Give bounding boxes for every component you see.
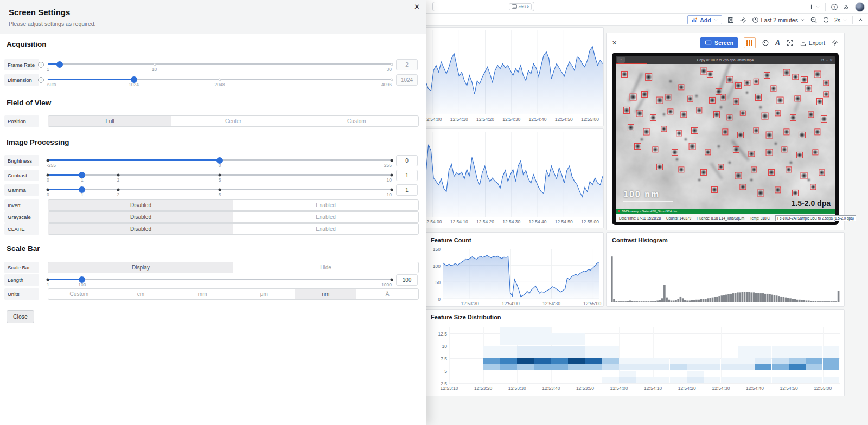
feature-bbox — [636, 110, 643, 117]
slider-track[interactable] — [48, 189, 392, 190]
segment-option-center[interactable]: Center — [171, 116, 295, 126]
chevron-up-icon — [858, 17, 864, 23]
text-tool-icon[interactable]: A — [775, 39, 780, 47]
heatmap-cell — [636, 377, 653, 383]
frame-rate-value[interactable]: 2 — [396, 59, 418, 70]
close-icon[interactable]: ✕ — [612, 40, 617, 47]
clahe-row: CLAHE DisabledEnabled — [0, 222, 426, 236]
screen-icon — [705, 40, 712, 46]
sample-description: Fe-10Cr-2Al Sample 35C to 2.5dpa (1.5-2.… — [775, 215, 856, 221]
color-overlay-icon[interactable] — [762, 39, 769, 47]
screen-panel-toolbar: ✕ Screen A — [612, 36, 839, 49]
slider-fill — [48, 79, 134, 80]
slider-track[interactable] — [48, 174, 392, 176]
y-tick-label: 150 — [433, 247, 441, 252]
heatmap-cell — [500, 358, 517, 364]
heatmap-cell — [772, 346, 789, 358]
segment-option-μm[interactable]: μm — [233, 289, 295, 299]
segment-option-mm[interactable]: mm — [171, 289, 233, 299]
avatar[interactable] — [855, 2, 865, 12]
x-tick-label: 12:54:50 — [555, 219, 573, 224]
segment-option-custom[interactable]: Custom — [295, 116, 418, 126]
frame-rate-slider[interactable]: 11030 — [48, 58, 392, 72]
segment-option-disabled[interactable]: Disabled — [48, 224, 233, 234]
segment-option-enabled[interactable]: Enabled — [233, 212, 418, 222]
save-dashboard-icon[interactable] — [727, 16, 735, 24]
dashboard-settings-icon[interactable] — [739, 16, 747, 24]
brightness-value[interactable]: 0 — [396, 155, 418, 166]
slider-track[interactable] — [48, 279, 392, 280]
heatmap-cell — [755, 346, 771, 358]
add-visualization-icon — [691, 17, 698, 23]
feature-bbox — [775, 187, 781, 193]
segment-option-disabled[interactable]: Disabled — [48, 200, 233, 210]
slider-track[interactable] — [48, 159, 392, 161]
screen-label: Screen — [714, 40, 733, 46]
segment-option-å[interactable]: Å — [356, 289, 418, 299]
search-input[interactable]: ctrl+k — [432, 2, 534, 11]
refresh-icon[interactable] — [822, 16, 829, 23]
feature-bbox — [783, 69, 790, 76]
dimension-slider[interactable]: Auto102420484096 — [48, 73, 392, 87]
panel-settings-icon[interactable] — [831, 39, 839, 47]
segment-option-hide[interactable]: Hide — [233, 262, 418, 273]
time-range-picker[interactable]: Last 2 minutes — [752, 16, 805, 23]
gamma-value[interactable]: 1 — [396, 184, 418, 196]
contrast-slider[interactable]: 012510 — [48, 169, 392, 183]
contrast-value[interactable]: 1 — [396, 170, 418, 181]
slider-tick-label: 10 — [387, 177, 392, 183]
position-label: Position — [4, 115, 39, 127]
dark-spot — [640, 137, 644, 141]
x-tick-label: 12:54:00 — [424, 117, 442, 122]
slider-tick-dot — [47, 188, 49, 191]
close-icon[interactable]: ✕ — [413, 2, 421, 12]
brightness-slider[interactable]: -2550255 — [48, 154, 392, 168]
x-tick-label: 12:55:00 — [814, 385, 832, 391]
add-panel-button[interactable]: Add — [687, 15, 722, 24]
slider-tick-dot — [153, 63, 156, 66]
feature-bbox — [645, 73, 653, 81]
overlay-grid-button[interactable] — [744, 37, 756, 48]
clahe-segmented-control: DisabledEnabled — [48, 223, 419, 235]
segment-option-display[interactable]: Display — [48, 262, 233, 273]
panel-stream-b: 12:54:0012:54:1012:54:2012:54:3012:54:40… — [425, 128, 604, 228]
close-button[interactable]: Close — [7, 310, 34, 323]
green-status-text: DMScreeny - Gatan428_Struct974.dm — [622, 210, 677, 213]
segment-option-custom[interactable]: Custom — [48, 289, 110, 299]
feature-bbox — [816, 98, 823, 105]
segment-option-enabled[interactable]: Enabled — [233, 224, 418, 234]
feature-bbox — [744, 80, 750, 86]
slider-track[interactable] — [48, 79, 392, 80]
refresh-interval-picker[interactable]: 2s — [834, 17, 847, 23]
heatmap-cell — [755, 364, 771, 370]
segment-option-enabled[interactable]: Enabled — [233, 200, 418, 210]
chevron-down-icon — [815, 4, 820, 9]
help-icon[interactable]: ? — [831, 3, 838, 11]
screen-mode-button[interactable]: Screen — [700, 37, 738, 48]
heatmap-cell — [551, 364, 568, 370]
new-menu-button[interactable] — [808, 3, 820, 10]
zoom-out-icon[interactable] — [810, 16, 818, 24]
feature-bbox — [740, 184, 746, 190]
gamma-slider[interactable]: 012510 — [48, 183, 392, 197]
feature-bbox — [735, 172, 742, 179]
slider-track[interactable] — [48, 63, 392, 65]
scale-bar-line — [623, 201, 673, 202]
grayscale-label: Grayscale — [4, 211, 39, 223]
segment-option-full[interactable]: Full — [48, 116, 171, 126]
collapse-toolbar-icon[interactable] — [858, 17, 864, 23]
window-controls[interactable]: ↺▫✕ — [821, 58, 835, 62]
segment-option-cm[interactable]: cm — [110, 289, 172, 299]
length-value[interactable]: 100 — [396, 274, 418, 286]
panel-stream-a: 12:54:0012:54:1012:54:2012:54:3012:54:40… — [425, 27, 604, 126]
news-rss-icon[interactable] — [843, 3, 850, 10]
slider-tick-dot — [391, 78, 393, 81]
dimension-value[interactable]: 1024 — [396, 74, 418, 86]
length-slider[interactable]: 11001000 — [48, 273, 392, 287]
recorder-icon — [618, 210, 620, 212]
export-label: Export — [809, 40, 825, 46]
focus-capture-icon[interactable] — [786, 39, 794, 47]
segment-option-nm[interactable]: nm — [295, 289, 357, 299]
segment-option-disabled[interactable]: Disabled — [48, 212, 233, 222]
export-button[interactable]: Export — [800, 40, 825, 47]
